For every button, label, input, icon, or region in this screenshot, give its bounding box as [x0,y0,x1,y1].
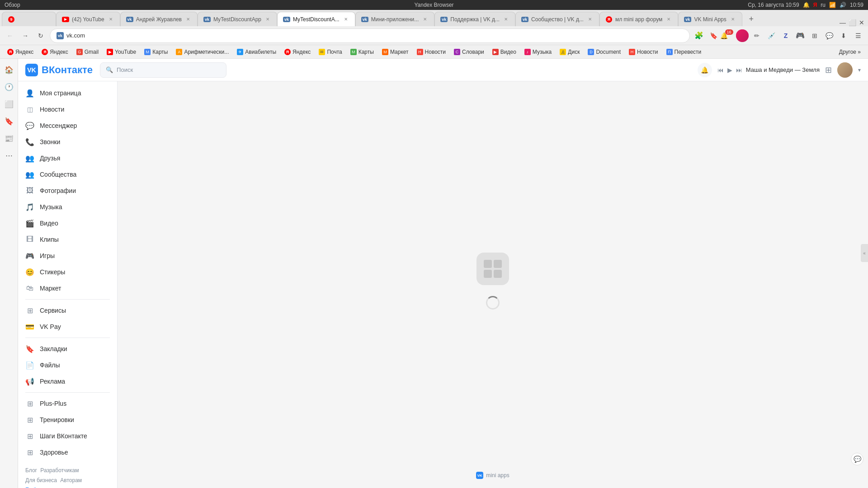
nav-item-news[interactable]: ◫ Новости [18,101,117,117]
extensions-button[interactable]: 🧩 [693,29,705,42]
tab-forum[interactable]: Я мл mini app форум ✕ [599,12,678,26]
apps-grid-button[interactable]: ⊞ [808,29,821,42]
tab-andrey[interactable]: vk Андрей Журавлев ✕ [120,12,198,26]
bookmark-maps[interactable]: М Карты [141,47,171,56]
vk-notifications-btn[interactable]: 🔔 [698,63,712,77]
back-button[interactable]: ← [4,29,16,42]
tab-close-forum[interactable]: ✕ [665,16,672,23]
chat-widget-button[interactable]: 💬 [851,453,863,465]
sidebar-bookmarks-icon[interactable]: 🔖 [2,114,16,128]
nav-item-plus-plus[interactable]: ⊞ Plus-Plus [18,395,117,412]
address-bar[interactable]: vk vk.com [50,28,690,43]
nav-item-video[interactable]: 🎬 Видео [18,215,117,231]
nav-item-friends[interactable]: 👥 Друзья [18,150,117,166]
bookmark-yandex2[interactable]: Я Яндекс [38,47,71,56]
nav-item-music[interactable]: 🎵 Музыка [18,199,117,215]
bookmark-arithmetic[interactable]: А Арифметически... [172,47,232,56]
bookmarks-more[interactable]: Другое » [835,47,864,56]
reload-button[interactable]: ↻ [34,29,47,42]
nav-item-bookmarks[interactable]: 🔖 Закладки [18,341,117,357]
notification-button[interactable]: 🔔 16 [722,29,734,42]
nav-item-ads[interactable]: 📢 Реклама [18,373,117,389]
bookmark-music[interactable]: ♪ Музыка [521,47,555,56]
bookmark-maps2[interactable]: М Карты [347,47,377,56]
tab-close-mytestapp[interactable]: ✕ [264,16,271,23]
menu-button[interactable]: ☰ [852,29,864,42]
bookmark-news2[interactable]: Н Новости [625,47,661,56]
pen-tool-button[interactable]: ✏ [750,29,763,42]
tab-bar-minimize[interactable]: — [840,19,846,26]
nav-item-files[interactable]: 📄 Файлы [18,357,117,373]
tab-youtube[interactable]: (42) YouTube ✕ [56,12,120,26]
tab-mytestapp-active[interactable]: vk MyTestDiscountA... ✕ [277,12,355,26]
bookmark-flights[interactable]: ✈ Авиабилеты [233,47,280,56]
tab-close-andrey[interactable]: ✕ [184,16,192,23]
profile-circle[interactable] [736,29,749,42]
tab-close-yt[interactable]: ✕ [107,16,114,23]
sidebar-zen-icon[interactable]: 📰 [2,131,16,145]
tab-close-community[interactable]: ✕ [586,16,594,23]
bookmark-video[interactable]: ▶ Видео [489,47,520,56]
sidebar-history-icon[interactable]: 🕐 [2,80,16,94]
nav-item-workouts[interactable]: ⊞ Тренировки [18,412,117,428]
tab-bar-maximize[interactable]: ⬜ [849,19,856,26]
sidebar-tabs-icon[interactable]: ⬜ [2,97,16,111]
nav-item-vk-steps[interactable]: ⊞ Шаги ВКонтакте [18,428,117,444]
nav-item-my-page[interactable]: 👤 Моя страница [18,85,117,101]
tab-mytestapp[interactable]: vk MyTestDiscountApp ✕ [198,12,277,26]
footer-link-devs[interactable]: Разработчикам [40,467,79,474]
bookmark-yandex1[interactable]: Я Яндекс [4,47,37,56]
sidebar-more-icon[interactable]: ⋯ [2,148,16,163]
nav-item-market[interactable]: 🛍 Маркет [18,280,117,296]
bookmark-youtube[interactable]: ▶ YouTube [103,47,140,56]
tab-counter[interactable]: 9 [2,12,56,26]
vk-user-avatar[interactable] [837,62,853,78]
tab-miniapps[interactable]: vk Мини-приложени... ✕ [355,12,435,26]
player-next-btn[interactable]: ⏭ [736,66,742,74]
os-bell-icon[interactable]: 🔔 [803,2,810,8]
footer-link-business[interactable]: Для бизнеса [25,477,57,483]
tab-close-active[interactable]: ✕ [342,16,349,23]
nav-item-services[interactable]: ⊞ Сервисы [18,302,117,319]
bookmark-disk[interactable]: Д Диск [556,47,583,56]
player-prev-btn[interactable]: ⏮ [717,66,724,74]
bookmark-translate[interactable]: П Перевести [663,47,705,56]
extension-z-button[interactable]: Z [779,29,792,42]
tab-bar-close[interactable]: ✕ [859,19,864,26]
nav-item-clips[interactable]: 🎞 Клипы [18,231,117,248]
sidebar-collapse-button[interactable]: « [861,244,868,262]
bookmark-market[interactable]: М Маркет [378,47,412,56]
bookmark-button[interactable]: 🔖 [707,29,720,42]
nav-item-health[interactable]: ⊞ Здоровье [18,444,117,460]
footer-link-authors[interactable]: Авторам [60,477,82,483]
eyedropper-button[interactable]: 💉 [765,29,778,42]
new-tab-button[interactable]: + [744,12,759,26]
puzzle-button[interactable]: 🎮 [794,29,807,42]
vk-search-bar[interactable]: 🔍 Поиск [100,62,226,78]
forward-button[interactable]: → [19,29,32,42]
bookmark-news[interactable]: Н Новости [413,47,449,56]
nav-item-photos[interactable]: 🖼 Фотографии [18,183,117,199]
tab-support[interactable]: vk Поддержка | VK д... ✕ [434,12,515,26]
footer-link-blog[interactable]: Блог [25,467,37,474]
tab-close-miniapps[interactable]: ✕ [421,16,429,23]
nav-item-games[interactable]: 🎮 Игры [18,248,117,264]
chat-bubble-button[interactable]: 💬 [823,29,835,42]
tab-close-support[interactable]: ✕ [502,16,509,23]
bookmark-doc[interactable]: D Document [584,47,624,56]
bookmark-gmail[interactable]: G Gmail [73,47,102,56]
vk-apps-grid-btn[interactable]: ⊞ [825,65,832,75]
bookmark-dict[interactable]: С Словари [450,47,488,56]
download-button[interactable]: ⬇ [837,29,850,42]
nav-item-stickers[interactable]: 😊 Стикеры [18,264,117,280]
nav-item-messenger[interactable]: 💬 Мессенджер [18,117,117,134]
nav-item-vkpay[interactable]: 💳 VK Pay [18,319,117,335]
bookmark-mail[interactable]: ✉ Почта [315,47,345,56]
player-play-btn[interactable]: ▶ [727,66,732,74]
tab-community[interactable]: vk Сообщество | VK д... ✕ [515,12,599,26]
nav-item-calls[interactable]: 📞 Звонки [18,134,117,150]
tab-vkminiapps[interactable]: vk VK Mini Apps ✕ [678,12,742,26]
nav-item-communities[interactable]: 👥 Сообщества [18,166,117,183]
vk-profile-chevron[interactable]: ▾ [858,67,861,73]
bookmark-yandex3[interactable]: Я Яндекс [281,47,314,56]
